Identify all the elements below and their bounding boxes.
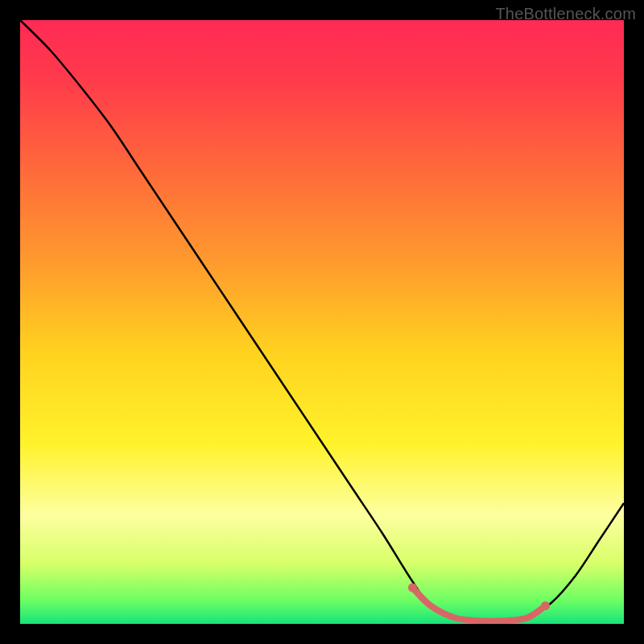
bottleneck-chart-svg: [20, 20, 624, 624]
optimal-region-dot: [408, 584, 417, 592]
optimal-region-dot: [541, 601, 550, 610]
watermark-label: TheBottleneck.com: [495, 5, 636, 23]
chart-gradient-background: [20, 20, 624, 624]
chart-area: [20, 20, 624, 624]
